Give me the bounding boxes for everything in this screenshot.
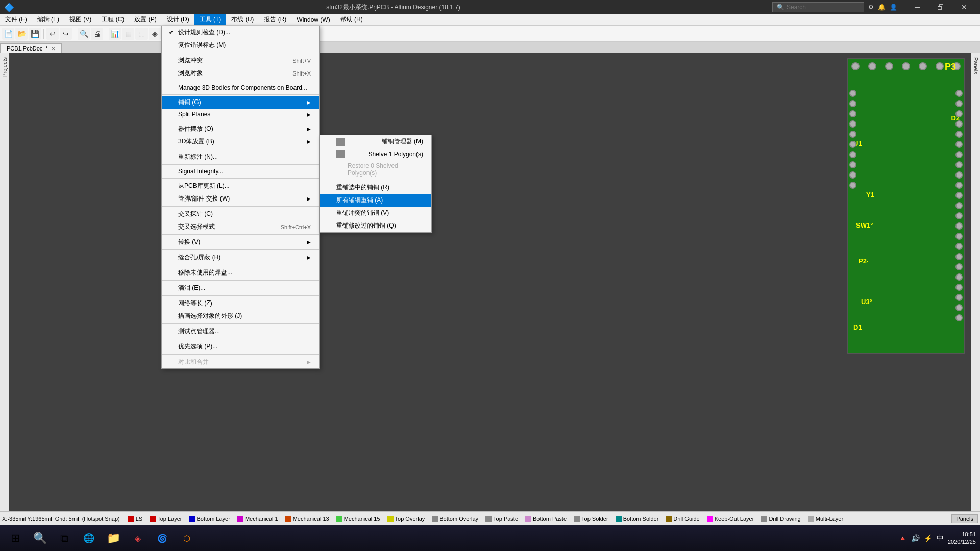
tray-power[interactable]: ⚡ <box>924 534 933 542</box>
dd-pour-manager[interactable]: 铺铜管理器 (M) <box>320 135 431 148</box>
layer-mech15[interactable]: Mechanical 15 <box>333 513 383 524</box>
dd-repour-selected[interactable]: 重铺选中的铺铜 (R) <box>320 181 431 194</box>
explorer-button[interactable]: 📁 <box>102 527 125 549</box>
dd-outline[interactable]: 描画选择对象的外形 (J) <box>162 310 319 322</box>
toolbar-btn3[interactable]: ⬚ <box>135 28 148 40</box>
layer-keepout[interactable]: Keep-Out Layer <box>704 513 757 524</box>
search-box[interactable]: 🔍 <box>772 2 864 12</box>
dd-length-tune[interactable]: 网络等长 (Z) <box>162 297 319 310</box>
layer-top[interactable]: Top Layer <box>146 513 185 524</box>
toolbar-open[interactable]: 📂 <box>15 28 28 40</box>
close-button[interactable]: ✕ <box>952 0 976 14</box>
dd-preferences[interactable]: 优先选项 (P)... <box>162 340 319 353</box>
layer-bottom-paste[interactable]: Bottom Paste <box>522 513 570 524</box>
menu-design[interactable]: 设计 (D) <box>162 14 194 25</box>
tools-dropdown[interactable]: ✔ 设计规则检查 (D)... 复位错误标志 (M) 浏览冲突 Shift+V … <box>161 26 320 369</box>
menu-help[interactable]: 帮助 (H) <box>335 14 368 25</box>
app2-button[interactable]: 🌀 <box>151 527 174 549</box>
canvas-area[interactable]: P3 D2 U1 Y1 SW1° P2· U3° D1 <box>9 53 980 511</box>
dd-compare-merge[interactable]: 对比和合并 ▶ <box>162 356 319 368</box>
taskbar-clock[interactable]: 18:51 2020/12/25 <box>948 531 976 546</box>
layer-bottom[interactable]: Bottom Layer <box>186 513 233 524</box>
dd-reset-errors[interactable]: 复位错误标志 (M) <box>162 39 319 52</box>
dd-pin-swap[interactable]: 管脚/部件 交换 (W) ▶ <box>162 192 319 205</box>
menu-route[interactable]: 布线 (U) <box>226 14 259 25</box>
dd-manage-3d[interactable]: Manage 3D Bodies for Components on Board… <box>162 82 319 93</box>
pcb-label-sw1: SW1° <box>856 221 873 229</box>
dd-browse-objects[interactable]: 浏览对象 Shift+X <box>162 67 319 80</box>
tray-sound[interactable]: 🔊 <box>911 534 920 542</box>
layer-mech13[interactable]: Mechanical 13 <box>282 513 332 524</box>
dd-design-rule-check[interactable]: ✔ 设计规则检查 (D)... <box>162 26 319 39</box>
pcb-tab[interactable]: PCB1.PcbDoc * ✕ <box>0 43 62 53</box>
altium-button[interactable]: ⬡ <box>176 527 198 549</box>
dd-update-from-library[interactable]: 从PCB库更新 (L)... <box>162 180 319 192</box>
tray-input[interactable]: 中 <box>937 534 944 543</box>
right-panel-label[interactable]: Panels <box>972 53 980 79</box>
notify-icon[interactable]: 🔔 <box>878 4 886 11</box>
dd-split-planes[interactable]: Split Planes ▶ <box>162 109 319 120</box>
minimize-button[interactable]: ─ <box>905 0 929 14</box>
dd-repour-modified[interactable]: 重铺修改过的铺铜 (Q) <box>320 219 431 232</box>
dd-repour-all[interactable]: 所有铺铜重铺 (A) <box>320 194 431 207</box>
dd-component-placement[interactable]: 器件摆放 (O) ▶ <box>162 122 319 135</box>
toolbar-new[interactable]: 📄 <box>2 28 14 40</box>
toolbar-btn4[interactable]: ◈ <box>149 28 161 40</box>
start-button[interactable]: ⊞ <box>4 527 27 549</box>
panels-button[interactable]: Panels <box>951 514 978 523</box>
layer-top-solder[interactable]: Top Solder <box>571 513 611 524</box>
edge-button[interactable]: 🌐 <box>78 527 100 549</box>
toolbar-redo[interactable]: ↪ <box>60 28 72 40</box>
pour-submenu[interactable]: 铺铜管理器 (M) Shelve 1 Polygon(s) Restore 0 … <box>320 135 432 233</box>
pcb-pad <box>885 62 893 70</box>
layer-top-paste[interactable]: Top Paste <box>482 513 521 524</box>
layer-bottom-solder[interactable]: Bottom Solder <box>612 513 662 524</box>
search-taskbar[interactable]: 🔍 <box>29 527 51 549</box>
dd-browse-conflicts[interactable]: 浏览冲突 Shift+V <box>162 54 319 67</box>
dd-cross-select[interactable]: 交叉选择模式 Shift+Ctrl+X <box>162 220 319 233</box>
menu-tools[interactable]: 工具 (T) <box>194 14 227 25</box>
dd-stitch-shield[interactable]: 缝合孔/屏蔽 (H) ▶ <box>162 251 319 264</box>
layer-mech1[interactable]: Mechanical 1 <box>234 513 281 524</box>
toolbar-save[interactable]: 💾 <box>29 28 41 40</box>
window-controls[interactable]: ─ 🗗 ✕ <box>905 0 976 14</box>
dd-shelve-polygon[interactable]: Shelve 1 Polygon(s) <box>320 148 431 160</box>
menu-edit[interactable]: 编辑 (E) <box>32 14 64 25</box>
dd-teardrop[interactable]: 滴泪 (E)... <box>162 282 319 294</box>
app1-button[interactable]: ◈ <box>127 527 149 549</box>
left-panel-label[interactable]: Projects <box>1 53 9 82</box>
menu-report[interactable]: 报告 (R) <box>259 14 291 25</box>
menu-place[interactable]: 放置 (P) <box>129 14 161 25</box>
toolbar-btn1[interactable]: 📊 <box>109 28 121 40</box>
menu-file[interactable]: 文件 (F) <box>0 14 32 25</box>
layer-top-overlay[interactable]: Top Overlay <box>384 513 428 524</box>
search-input[interactable] <box>787 4 858 11</box>
menu-project[interactable]: 工程 (C) <box>96 14 129 25</box>
layer-drill-draw[interactable]: Drill Drawing <box>758 513 803 524</box>
taskview-button[interactable]: ⧉ <box>53 527 76 549</box>
toolbar-zoom[interactable]: 🔍 <box>78 28 90 40</box>
toolbar-print[interactable]: 🖨 <box>91 28 103 40</box>
maximize-button[interactable]: 🗗 <box>929 0 952 14</box>
toolbar-undo[interactable]: ↩ <box>46 28 59 40</box>
dd-reannotate[interactable]: 重新标注 (N)... <box>162 151 319 163</box>
menu-window[interactable]: Window (W) <box>291 14 335 25</box>
layer-multi[interactable]: Multi-Layer <box>805 513 846 524</box>
toolbar-btn2[interactable]: ▦ <box>122 28 134 40</box>
dd-cross-probe[interactable]: 交叉探针 (C) <box>162 208 319 220</box>
tray-network[interactable]: 🔺 <box>898 534 907 542</box>
dd-convert[interactable]: 转换 (V) ▶ <box>162 236 319 248</box>
tab-close[interactable]: ✕ <box>51 46 55 52</box>
menu-view[interactable]: 视图 (V) <box>64 14 96 25</box>
dd-repour-conflicts[interactable]: 重铺冲突的铺铜 (V) <box>320 207 431 219</box>
profile-icon[interactable]: 👤 <box>890 4 897 11</box>
settings-icon[interactable]: ⚙ <box>868 4 874 11</box>
layer-ls[interactable]: LS <box>125 513 145 524</box>
dd-signal-integrity[interactable]: Signal Integrity... <box>162 166 319 177</box>
layer-drill-guide[interactable]: Drill Guide <box>663 513 702 524</box>
dd-testpoint[interactable]: 测试点管理器... <box>162 325 319 338</box>
dd-remove-pads[interactable]: 移除未使用的焊盘... <box>162 266 319 279</box>
dd-pour[interactable]: 铺铜 (G) ▶ <box>162 96 319 109</box>
layer-bottom-overlay[interactable]: Bottom Overlay <box>429 513 481 524</box>
dd-3d-placement[interactable]: 3D体放置 (B) ▶ <box>162 135 319 148</box>
